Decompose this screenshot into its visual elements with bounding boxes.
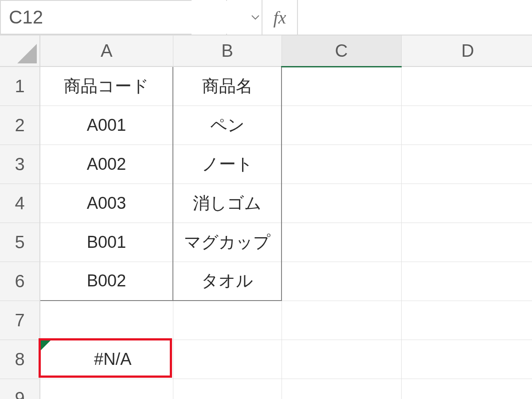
cell-A4[interactable]: A003	[40, 184, 173, 223]
cell-D5[interactable]	[401, 223, 532, 262]
cell-A3[interactable]: A002	[40, 145, 173, 184]
row-header-1[interactable]: 1	[0, 66, 40, 106]
cell-C6[interactable]	[282, 262, 401, 301]
name-box-container	[0, 0, 191, 35]
select-all-corner[interactable]	[0, 35, 40, 66]
cell-D8[interactable]	[401, 340, 532, 379]
cell-A9[interactable]	[40, 379, 173, 399]
cell-A8[interactable]: #N/A	[40, 340, 173, 379]
row-header-3[interactable]: 3	[0, 145, 40, 184]
row-header-2[interactable]: 2	[0, 106, 40, 145]
cell-C3[interactable]	[282, 145, 401, 184]
column-header-A[interactable]: A	[40, 35, 173, 66]
insert-function-button[interactable]: fx	[262, 0, 297, 35]
cell-B4[interactable]: 消しゴム	[173, 184, 282, 223]
row-header-7[interactable]: 7	[0, 301, 40, 340]
cell-C7[interactable]	[282, 301, 401, 340]
row-header-4[interactable]: 4	[0, 184, 40, 223]
row-header-6[interactable]: 6	[0, 262, 40, 301]
spreadsheet-grid: A B C D 1 商品コード 商品名 2 A001 ペン 3 A002 ノート…	[0, 35, 532, 399]
cell-B2[interactable]: ペン	[173, 106, 282, 145]
cell-D9[interactable]	[401, 379, 532, 399]
name-box-dropdown[interactable]	[251, 1, 260, 34]
cell-A7[interactable]	[40, 301, 173, 340]
column-header-B[interactable]: B	[173, 35, 282, 66]
cell-B1[interactable]: 商品名	[173, 66, 282, 106]
cell-D3[interactable]	[401, 145, 532, 184]
cell-C2[interactable]	[282, 106, 401, 145]
row-header-5[interactable]: 5	[0, 223, 40, 262]
cell-C4[interactable]	[282, 184, 401, 223]
row-header-8[interactable]: 8	[0, 340, 40, 379]
cell-D2[interactable]	[401, 106, 532, 145]
cell-B8[interactable]	[173, 340, 282, 379]
cell-C9[interactable]	[282, 379, 401, 399]
cell-A1[interactable]: 商品コード	[40, 66, 173, 106]
cell-B5[interactable]: マグカップ	[173, 223, 282, 262]
cell-B9[interactable]	[173, 379, 282, 399]
cell-C1[interactable]	[282, 66, 401, 106]
cell-D6[interactable]	[401, 262, 532, 301]
cell-A6[interactable]: B002	[40, 262, 173, 301]
cell-B3[interactable]: ノート	[173, 145, 282, 184]
fx-label: fx	[274, 7, 286, 28]
cell-B6[interactable]: タオル	[173, 262, 282, 301]
column-header-D[interactable]: D	[401, 35, 532, 66]
cell-C8[interactable]	[282, 340, 401, 379]
cell-C5[interactable]	[282, 223, 401, 262]
name-box[interactable]	[1, 1, 251, 34]
cell-D1[interactable]	[401, 66, 532, 106]
formula-input[interactable]	[297, 0, 532, 35]
cell-B7[interactable]	[173, 301, 282, 340]
cell-A5[interactable]: B001	[40, 223, 173, 262]
cell-D7[interactable]	[401, 301, 532, 340]
row-header-9[interactable]: 9	[0, 379, 40, 399]
cell-A2[interactable]: A001	[40, 106, 173, 145]
column-header-C[interactable]: C	[282, 35, 401, 66]
cell-D4[interactable]	[401, 184, 532, 223]
chevron-down-icon	[251, 14, 260, 20]
formula-bar: fx	[0, 0, 532, 35]
